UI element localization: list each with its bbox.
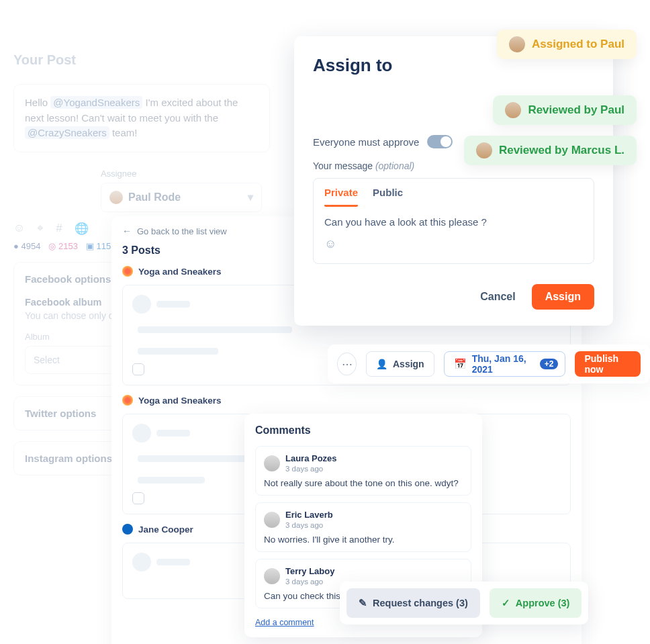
tab-public[interactable]: Public <box>373 187 403 207</box>
request-changes-button[interactable]: ✎ Request changes (3) <box>346 588 480 618</box>
comment-body: Not really sure about the tone on this o… <box>264 478 463 488</box>
comment-item: Eric Laverb 3 days ago No worries. I'll … <box>255 502 471 552</box>
post-text-1: Hello <box>25 97 48 108</box>
assignee-value: Paul Rode <box>128 191 181 203</box>
schedule-date-chip[interactable]: 📅 Thu, Jan 16, 2021 +2 <box>444 351 566 377</box>
post-checkbox[interactable] <box>132 492 144 504</box>
assign-chip[interactable]: 👤 Assign <box>366 351 434 377</box>
assignee-select[interactable]: Paul Rode ▾ <box>101 183 262 212</box>
account-row[interactable]: Yoga and Sneakers <box>122 395 571 406</box>
cancel-button[interactable]: Cancel <box>480 291 515 303</box>
location-icon[interactable]: ⌖ <box>37 222 44 236</box>
mention-crazysneakers[interactable]: @CrazySneakers <box>25 126 109 139</box>
more-icon[interactable]: ⋯ <box>337 353 357 375</box>
comment-author: Eric Laverb <box>285 510 333 520</box>
chevron-down-icon: ▾ <box>248 191 253 203</box>
skeleton-line <box>138 455 259 462</box>
post-text-3: team! <box>112 127 138 138</box>
your-post-title: Your Post <box>13 52 270 68</box>
comment-time: 3 days ago <box>285 578 334 586</box>
scheduling-toolbar: ⋯ 👤 Assign 📅 Thu, Jan 16, 2021 +2 Publis… <box>328 344 650 383</box>
avatar <box>476 142 492 158</box>
avatar <box>109 191 123 204</box>
facebook-count: ● 4954 <box>13 241 40 251</box>
message-box: Private Public Can you have a look at th… <box>313 178 594 264</box>
check-icon: ✓ <box>502 598 510 608</box>
account-name: Yoga and Sneakers <box>138 267 222 277</box>
calendar-icon: 📅 <box>454 358 467 370</box>
approve-toggle-label: Everyone must approve <box>313 136 419 148</box>
skeleton-line <box>156 301 190 308</box>
status-pill-assigned: Assigned to Paul <box>497 30 637 59</box>
status-pill-reviewed: Reviewed by Paul <box>493 95 637 125</box>
publish-now-button[interactable]: Publish now <box>575 351 641 377</box>
decision-bar: ✎ Request changes (3) ✓ Approve (3) <box>340 582 588 625</box>
comment-author: Terry Laboy <box>285 566 334 576</box>
skeleton-avatar <box>132 553 151 571</box>
skeleton-line <box>156 559 190 565</box>
skeleton-line <box>138 326 292 333</box>
emoji-icon[interactable]: ☺ <box>314 237 594 258</box>
skeleton-avatar <box>132 424 151 443</box>
post-checkbox[interactable] <box>132 363 144 375</box>
account-icon <box>122 395 133 406</box>
skeleton-line <box>156 430 190 436</box>
avatar <box>264 568 280 584</box>
account-name: Yoga and Sneakers <box>138 396 222 406</box>
avatar <box>264 455 280 471</box>
skeleton-line <box>138 477 205 484</box>
emoji-icon[interactable]: ☺ <box>13 222 25 236</box>
instagram-count: ◎ 2153 <box>48 241 78 251</box>
pencil-icon: ✎ <box>359 598 367 608</box>
avatar <box>505 102 521 118</box>
user-icon: 👤 <box>376 359 387 369</box>
comments-title: Comments <box>255 424 471 436</box>
assignee-label: Assignee <box>101 169 270 179</box>
comment-time: 3 days ago <box>285 465 337 473</box>
status-pill-reviewed: Reviewed by Marcus L. <box>464 136 637 165</box>
tab-private[interactable]: Private <box>324 187 358 207</box>
comment-item: Laura Pozes 3 days ago Not really sure a… <box>255 446 471 496</box>
globe-icon[interactable]: 🌐 <box>75 222 89 236</box>
approve-button[interactable]: ✓ Approve (3) <box>490 588 582 618</box>
approve-toggle[interactable] <box>427 135 453 148</box>
hashtag-icon[interactable]: # <box>56 222 62 236</box>
comment-body: No worries. I'll give it another try. <box>264 535 463 545</box>
skeleton-line <box>138 348 218 355</box>
mention-yogandsneakers[interactable]: @YogandSneakers <box>50 96 142 109</box>
message-input[interactable]: Can you have a look at this please ? <box>314 207 594 237</box>
account-name: Jane Cooper <box>138 524 193 535</box>
post-composer[interactable]: Hello @YogandSneakers I'm excited about … <box>13 84 270 152</box>
comment-time: 3 days ago <box>285 521 333 529</box>
linkedin-icon <box>122 524 133 535</box>
arrow-left-icon: ← <box>122 226 132 236</box>
comment-author: Laura Pozes <box>285 453 337 463</box>
avatar <box>509 36 525 52</box>
account-icon <box>122 266 133 277</box>
assign-button[interactable]: Assign <box>532 284 594 310</box>
assign-modal: Assign to × Everyone must approve Your m… <box>294 36 613 326</box>
skeleton-avatar <box>132 295 151 314</box>
schedule-count-badge: +2 <box>540 359 559 369</box>
add-comment-link[interactable]: Add a comment <box>255 618 314 627</box>
avatar <box>264 512 280 528</box>
